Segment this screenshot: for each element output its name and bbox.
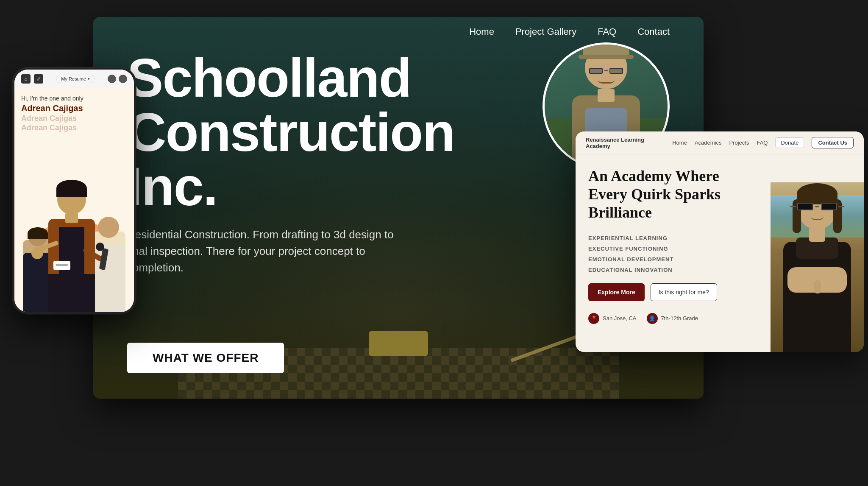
nav-links: Home Project Gallery FAQ Contact (469, 26, 670, 37)
mobile-name-primary: Adrean Cajigas (21, 103, 127, 113)
academy-nav-faq[interactable]: FAQ (757, 140, 768, 146)
feature-1: EXPERIENTIAL LEARNING (588, 235, 758, 241)
title-line2: Construction Inc. (127, 102, 454, 217)
meta-grade-text: 7th-12th Grade (661, 315, 698, 321)
share-icon[interactable]: ⤢ (34, 74, 43, 84)
academy-nav-academics[interactable]: Academics (695, 140, 722, 146)
mobile-greeting: Hi, I'm the one and only (21, 95, 127, 102)
meta-grade: 👤 7th-12th Grade (647, 313, 698, 324)
academy-left-panel: An Academy Where Every Quirk Sparks Bril… (576, 154, 771, 352)
meta-location: 📍 San Jose, CA (588, 313, 637, 324)
mobile-device: ⌂ ⤢ My Resume Hi, I'm the one and only A… (13, 68, 136, 314)
mobile-name-ghost-2: Adrean Cajigas (21, 123, 127, 133)
mobile-content: Hi, I'm the one and only Adrean Cajigas … (14, 88, 134, 312)
title-line1: Schoolland (127, 47, 411, 108)
bulldozer (369, 331, 428, 356)
mobile-name-ghost-1: Adrean Cajigas (21, 114, 127, 123)
feature-4: EDUCATIONAL INNOVATION (588, 267, 758, 273)
meta-location-text: San Jose, CA (603, 315, 637, 321)
resume-label: My Resume (61, 76, 86, 81)
academy-body: An Academy Where Every Quirk Sparks Bril… (576, 154, 864, 352)
academy-nav-home[interactable]: Home (672, 140, 687, 146)
academy-nav-links: Home Academics Projects FAQ Donate Conta… (672, 137, 854, 148)
construction-subtitle: Residential Construction. From drafting … (127, 226, 407, 276)
feature-3: EMOTIONAL DEVELOPMENT (588, 256, 758, 263)
mobile-nav-icons: ⌂ ⤢ (21, 74, 43, 84)
mobile-screen: ⌂ ⤢ My Resume Hi, I'm the one and only A… (14, 70, 134, 312)
construction-content: Schoolland Construction Inc. Residential… (127, 51, 475, 297)
academy-right-panel (771, 154, 864, 352)
academy-donate-button[interactable]: Donate (775, 137, 804, 148)
grade-icon: 👤 (647, 313, 658, 324)
academy-right-fit-button[interactable]: Is this right for me? (651, 283, 717, 301)
notification-icon[interactable] (119, 75, 127, 83)
what-we-offer-button[interactable]: WHAT WE OFFER (127, 343, 284, 373)
academy-logo: Renaissance Learning Academy (586, 137, 664, 149)
academy-headline: An Academy Where Every Quirk Sparks Bril… (588, 167, 758, 222)
construction-nav: Home Project Gallery FAQ Contact (93, 17, 704, 47)
location-icon: 📍 (588, 313, 599, 324)
academy-contact-button[interactable]: Contact Us (812, 137, 854, 148)
mona-lisa-illustration (771, 182, 864, 352)
academy-features: EXPERIENTIAL LEARNING EXECUTIVE FUNCTION… (588, 235, 758, 273)
nav-home[interactable]: Home (469, 26, 494, 37)
nav-contact[interactable]: Contact (637, 26, 670, 37)
academy-buttons: Explore More Is this right for me? (588, 283, 758, 301)
resume-badge[interactable]: My Resume (56, 75, 95, 83)
academy-website: Renaissance Learning Academy Home Academ… (576, 131, 864, 352)
nav-faq[interactable]: FAQ (598, 26, 616, 37)
home-icon[interactable]: ⌂ (21, 74, 31, 84)
academy-nav-projects[interactable]: Projects (729, 140, 749, 146)
profile-icon[interactable] (108, 75, 116, 83)
academy-explore-button[interactable]: Explore More (588, 283, 645, 301)
feature-2: EXECUTIVE FUNCTIONING (588, 246, 758, 252)
action-icons (108, 75, 127, 83)
mobile-status-bar: ⌂ ⤢ My Resume (14, 70, 134, 88)
academy-nav: Renaissance Learning Academy Home Academ… (576, 131, 864, 154)
construction-title: Schoolland Construction Inc. (127, 51, 475, 214)
academy-meta: 📍 San Jose, CA 👤 7th-12th Grade (588, 313, 758, 324)
nav-project-gallery[interactable]: Project Gallery (515, 26, 576, 37)
